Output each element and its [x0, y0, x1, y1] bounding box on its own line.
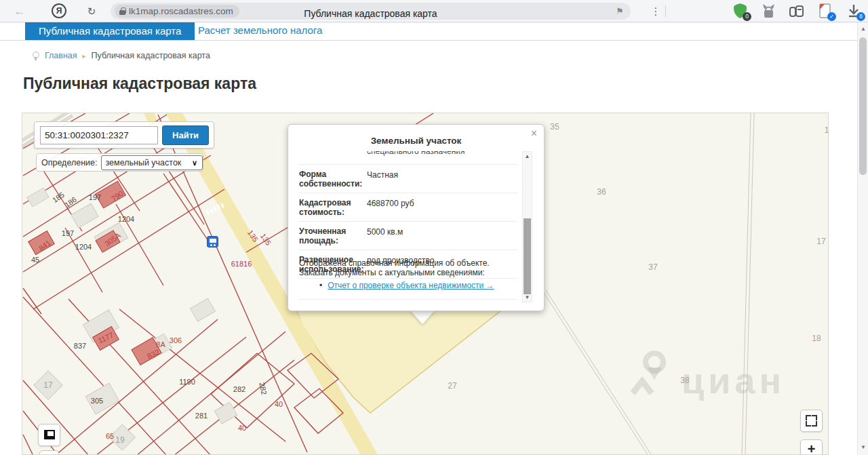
popup-title: Земельный участок — [288, 136, 544, 146]
definition-value: земельный участок — [106, 158, 182, 167]
tab-divider-line — [0, 40, 868, 41]
map-parcel-label: 18 — [812, 334, 821, 343]
partial-tool-button[interactable] — [39, 450, 59, 455]
buildings-red — [28, 181, 161, 365]
find-button[interactable]: Найти — [162, 125, 209, 145]
browser-toolbar: ← Я ↻ lk1map.roscadastres.com Публичная … — [0, 0, 868, 22]
breadcrumb-arrow-icon: ▸ — [83, 52, 86, 60]
extension-icon-2[interactable] — [760, 2, 778, 20]
map-parcel-label: 1190 — [179, 378, 195, 386]
map-parcel-label: 65 — [106, 432, 114, 440]
map-parcel-label: 17 — [43, 380, 52, 390]
cian-watermark: циан — [619, 347, 809, 408]
page-title-in-bar: Публичная кадастровая карта — [111, 5, 631, 22]
map-parcel-label: 197 — [89, 193, 101, 201]
breadcrumb-home-link[interactable]: Главная — [45, 51, 77, 60]
popup-scroll-up-icon[interactable]: ▲ — [523, 153, 532, 159]
popup-scroll-area: специального назначения Форма собственно… — [299, 151, 523, 302]
popup-row-label: Форма собственности: — [299, 170, 367, 189]
map-parcel-label: 40 — [275, 400, 283, 408]
map-parcel-label: 282 — [233, 385, 245, 393]
definition-select[interactable]: земельный участок ∨ — [101, 155, 203, 170]
close-icon[interactable]: × — [531, 128, 537, 139]
chevron-down-icon: ∨ — [192, 156, 197, 170]
popup-scroll-thumb[interactable] — [524, 218, 531, 294]
page-title: Публичная кадастровая карта — [23, 75, 256, 93]
map-parcel-label: 1204 — [75, 243, 92, 251]
scrollbar-thumb[interactable] — [859, 37, 867, 175]
map-parcel-label: 35 — [550, 122, 559, 132]
watermark-text: циан — [682, 359, 785, 401]
fullscreen-button[interactable] — [800, 410, 823, 432]
map-parcel-label: 1204 — [118, 215, 134, 223]
document-extension-icon[interactable]: ✓ — [816, 2, 834, 20]
cadastral-number-input[interactable] — [40, 126, 158, 144]
map-parcel-label: 45 — [31, 256, 39, 264]
downloads-badge: 8 — [856, 12, 865, 21]
map-parcel-label: 281 — [195, 412, 208, 420]
popup-tail — [410, 310, 435, 324]
adblock-badge: 0 — [743, 12, 751, 21]
site-tab-bar: Публичная кадастровая карта Расчет земел… — [0, 22, 868, 41]
popup-row-value: 4688700 руб — [367, 198, 517, 217]
popup-table-row: Кадастровая стоимость:4688700 руб — [299, 193, 517, 221]
scrollbar-up-arrow[interactable]: ▲ — [858, 24, 868, 34]
adblock-extension-icon[interactable]: 0 — [731, 2, 749, 20]
toolbar-divider — [665, 5, 666, 17]
reload-icon[interactable]: ↻ — [83, 3, 100, 20]
map-parcel-label: 306 — [170, 336, 182, 344]
map-parcel-label: 40 — [238, 424, 246, 432]
extension-icon-3[interactable] — [787, 2, 806, 20]
fullscreen-icon — [806, 415, 811, 420]
parcel-info-popup: Земельный участок × специального назначе… — [288, 124, 545, 311]
tab-public-cadastral-map[interactable]: Публичная кадастровая карта — [25, 22, 195, 40]
map-parcel-label: 837 — [74, 342, 86, 350]
downloads-icon[interactable]: 8 — [845, 2, 863, 20]
bookmark-icon[interactable]: ⚑ — [616, 6, 624, 16]
bus-stop-icon — [207, 236, 218, 248]
map-parcel-label: 27 — [448, 381, 456, 391]
popup-table-row: Уточненная площадь:5000 кв.м — [299, 221, 517, 250]
popup-note: Отображена справочная информация об объе… — [299, 258, 517, 277]
popup-scrollbar[interactable]: ▲ ▼ — [522, 151, 532, 302]
cadastral-search-panel: Найти — [34, 121, 214, 149]
map-parcel-label: 197 — [62, 229, 74, 237]
map-parcel-label: 17 — [816, 237, 825, 246]
popup-row-label: Кадастровая стоимость: — [299, 198, 367, 217]
address-bar[interactable]: lk1map.roscadastres.com Публичная кадаст… — [111, 3, 631, 20]
clipped-row-text: специального назначения — [367, 151, 465, 156]
popup-note-line1: Отображена справочная информация об объе… — [299, 258, 517, 268]
definition-label: Определение: — [41, 158, 98, 167]
popup-row-label: Уточненная площадь: — [299, 226, 367, 245]
measure-tool-button[interactable] — [38, 424, 60, 446]
popup-scroll-down-icon[interactable]: ▼ — [523, 294, 532, 300]
menu-dots-icon[interactable]: ⋮ — [650, 3, 662, 20]
breadcrumb-current: Публичная кадастровая карта — [92, 51, 210, 60]
definition-panel: Определение: земельный участок ∨ — [36, 153, 203, 172]
tab-land-tax-calc[interactable]: Расчет земельного налога — [198, 22, 322, 40]
popup-row-value: 5000 кв.м — [367, 226, 517, 245]
zoom-in-button[interactable]: + — [800, 439, 823, 455]
page-scrollbar[interactable]: ▲ ▼ — [857, 22, 868, 455]
map-parcel-label: 19 — [115, 435, 124, 445]
map-parcel-label: 305 — [91, 397, 103, 405]
report-link-row: •Отчет о проверке объекта недвижимости → — [319, 281, 517, 290]
ruler-icon — [44, 430, 55, 439]
location-pin-icon — [33, 52, 39, 60]
back-icon[interactable]: ← — [11, 3, 28, 20]
document-check-badge: ✓ — [827, 12, 836, 21]
yandex-browser-icon[interactable]: Я — [52, 3, 66, 18]
scrollbar-down-arrow[interactable]: ▼ — [858, 443, 868, 452]
popup-bottom-rule — [299, 299, 517, 300]
bullet-icon: • — [319, 281, 322, 290]
map-parcel-label: 37 — [648, 262, 657, 272]
map-parcel-label: 36 — [597, 187, 606, 197]
cian-pin-icon — [619, 347, 679, 401]
report-link[interactable]: Отчет о проверке объекта недвижимости → — [328, 281, 494, 290]
popup-table-row: Форма собственности:Частная — [299, 164, 517, 193]
popup-note-line2: Заказать документы с актуальными сведени… — [299, 268, 517, 277]
popup-row-value: Частная — [367, 170, 517, 189]
map-parcel-label: 61816 — [231, 260, 252, 268]
map-parcel-label: 1 — [825, 125, 829, 135]
map-parcel-label: 8А — [156, 340, 165, 349]
